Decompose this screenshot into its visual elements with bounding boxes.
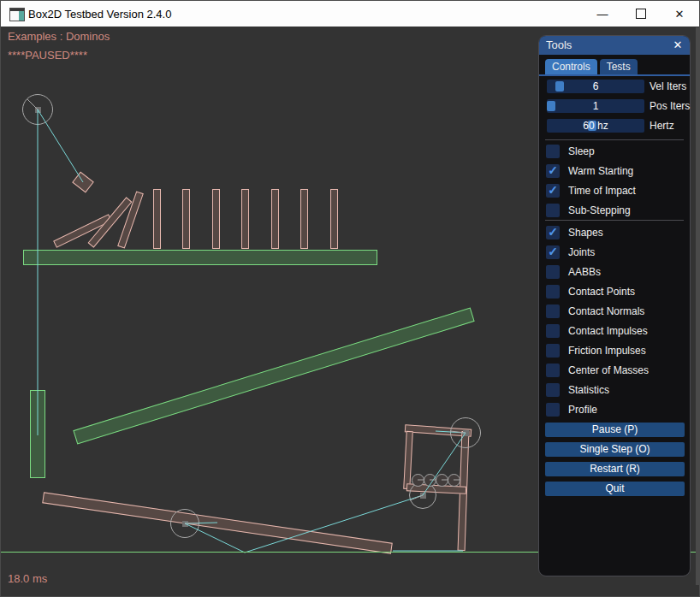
standing-domino-3 — [212, 189, 220, 249]
checkbox — [546, 204, 560, 217]
check-icon: ✓ — [548, 225, 558, 239]
slider-value: 60 hz — [547, 119, 644, 133]
slider-value: 6 — [547, 80, 644, 93]
slider-label: Vel Iters — [650, 80, 686, 93]
vertical-green-plank — [30, 390, 45, 478]
checkbox-row-statistics[interactable]: Statistics — [546, 381, 686, 401]
tab-underline — [539, 74, 690, 76]
checkbox-label: Joints — [568, 244, 595, 261]
maximize-icon — [636, 9, 646, 19]
checkbox-row-contact-normals[interactable]: Contact Normals — [546, 303, 686, 322]
checkbox: ✓ — [546, 245, 560, 259]
slider-group: 6Vel Iters1Pos Iters60 hzHertz — [547, 80, 685, 139]
button-group: Pause (P)Single Step (O)Restart (R)Quit — [545, 423, 685, 501]
checkbox-row-joints[interactable]: ✓Joints — [546, 244, 686, 263]
checkbox-group-draw: ✓Shapes✓JointsAABBsContact PointsContact… — [546, 224, 686, 421]
standing-domino-7 — [330, 189, 338, 249]
separator — [545, 220, 684, 221]
check-icon: ✓ — [548, 245, 558, 258]
slider-track[interactable]: 1 — [547, 99, 644, 113]
checkbox-label: Sub-Stepping — [568, 202, 631, 219]
checkbox-row-contact-impulses[interactable]: Contact Impulses — [546, 322, 686, 342]
checkbox — [546, 344, 560, 358]
window-edge-strip — [696, 27, 700, 585]
maximize-button[interactable] — [628, 1, 654, 27]
checkbox-row-friction-impulses[interactable]: Friction Impulses — [546, 342, 686, 362]
checkbox: ✓ — [546, 226, 560, 239]
checkbox-row-sub-stepping[interactable]: Sub-Stepping — [546, 202, 686, 222]
pendulum-wheel-center — [35, 107, 41, 113]
slider-row-vel-iters: 6Vel Iters — [547, 80, 685, 93]
pendulum-box — [72, 172, 94, 193]
checkbox — [546, 145, 560, 158]
checkbox-label: AABBs — [568, 263, 601, 281]
button-restart-r[interactable]: Restart (R) — [545, 462, 685, 476]
close-button[interactable]: ✕ — [667, 1, 692, 27]
minimize-icon: — — [597, 8, 608, 21]
checkbox-row-center-of-masses[interactable]: Center of Masses — [546, 362, 686, 381]
frame-bottom-wheel-center — [420, 493, 426, 499]
window-title: Box2D Testbed Version 2.4.0 — [28, 8, 171, 21]
checkbox — [546, 324, 560, 338]
checkbox-label: Time of Impact — [568, 182, 636, 199]
button-quit[interactable]: Quit — [545, 482, 685, 496]
checkbox-row-contact-points[interactable]: Contact Points — [546, 283, 686, 303]
bottom-plank — [42, 492, 393, 553]
slider-row-pos-iters: 1Pos Iters — [547, 99, 685, 113]
tools-panel-title: Tools — [546, 38, 572, 51]
checkbox — [546, 364, 560, 377]
checkbox-label: Contact Points — [568, 283, 635, 300]
tools-close-icon[interactable]: ✕ — [671, 36, 685, 55]
checkbox-row-warm-starting[interactable]: ✓Warm Starting — [546, 163, 686, 182]
checkbox-label: Sleep — [568, 143, 595, 160]
checkbox-row-shapes[interactable]: ✓Shapes — [546, 224, 686, 244]
green-platform — [23, 250, 377, 265]
checkbox: ✓ — [546, 184, 560, 198]
ball-4 — [448, 474, 460, 487]
tab-controls[interactable]: Controls — [545, 59, 597, 74]
checkbox — [546, 265, 560, 279]
checkbox — [546, 403, 560, 417]
frame-time-label: 18.0 ms — [8, 572, 47, 585]
tools-panel: Tools ✕ ControlsTests 6Vel Iters1Pos Ite… — [538, 35, 691, 576]
checkbox — [546, 383, 560, 397]
minimize-button[interactable]: — — [590, 1, 615, 27]
check-icon: ✓ — [548, 183, 558, 197]
checkbox-label: Center of Masses — [568, 362, 649, 379]
tab-tests[interactable]: Tests — [600, 59, 638, 74]
checkbox-row-aabbs[interactable]: AABBs — [546, 263, 686, 283]
close-icon: ✕ — [675, 8, 685, 21]
paused-label: ****PAUSED**** — [8, 49, 87, 62]
button-single-step-o[interactable]: Single Step (O) — [545, 442, 685, 457]
tools-panel-titlebar[interactable]: Tools ✕ — [539, 36, 690, 55]
checkbox-label: Contact Normals — [568, 303, 644, 320]
checkbox-label: Contact Impulses — [568, 322, 648, 340]
slider-track[interactable]: 6 — [547, 80, 644, 93]
long-green-plank — [73, 307, 474, 444]
slider-value: 1 — [547, 99, 644, 113]
checkbox: ✓ — [546, 164, 560, 178]
slider-label: Hertz — [650, 119, 674, 133]
titlebar[interactable]: Box2D Testbed Version 2.4.0 — ✕ — [1, 1, 699, 27]
standing-domino-1 — [153, 189, 161, 249]
frame-top-wheel-center — [463, 430, 469, 436]
tab-bar: ControlsTests — [545, 59, 638, 74]
checkbox-label: Friction Impulses — [568, 342, 646, 359]
checkbox-row-sleep[interactable]: Sleep — [546, 143, 686, 163]
standing-domino-4 — [241, 189, 249, 249]
slider-track[interactable]: 60 hz — [547, 119, 644, 133]
ball-1 — [412, 474, 424, 487]
ball-2 — [424, 474, 436, 487]
button-pause-p[interactable]: Pause (P) — [545, 423, 685, 437]
app-icon — [9, 8, 25, 21]
standing-domino-5 — [271, 189, 279, 249]
checkbox-row-profile[interactable]: Profile — [546, 401, 686, 421]
plank-wheel-center — [182, 521, 188, 527]
checkbox-row-time-of-impact[interactable]: ✓Time of Impact — [546, 182, 686, 202]
checkbox — [546, 304, 560, 318]
checkbox — [546, 285, 560, 298]
check-icon: ✓ — [548, 163, 558, 177]
slider-row-hertz: 60 hzHertz — [547, 119, 685, 133]
slider-label: Pos Iters — [650, 99, 690, 113]
checkbox-label: Statistics — [568, 381, 609, 399]
